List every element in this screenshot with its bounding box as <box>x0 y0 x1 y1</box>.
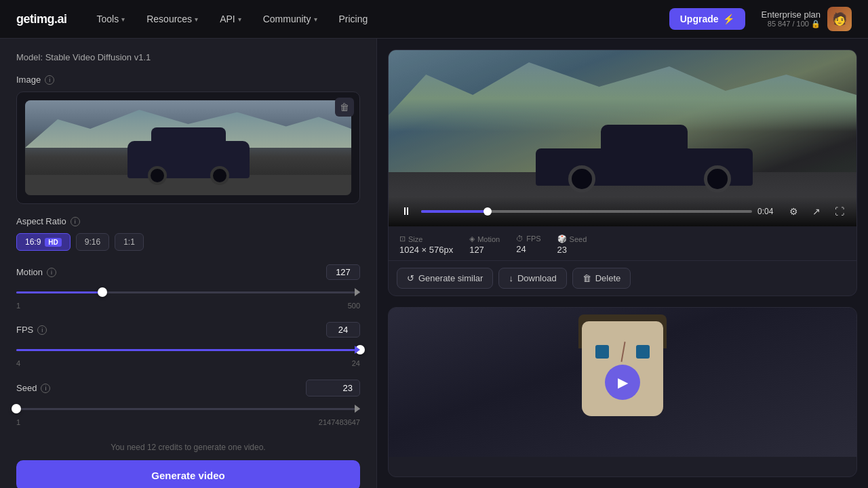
seed-meta-icon: 🎲 <box>557 235 567 243</box>
navbar: getimg.ai Tools ▾ Resources ▾ API ▾ Comm… <box>0 0 868 39</box>
right-panel: ⏸ 0:04 ⚙ ↗ ⛶ ⊡ Size 102 <box>377 39 868 488</box>
nav-item-pricing[interactable]: Pricing <box>331 9 376 28</box>
aspect-ratio-section: Aspect Ratio i 16:9 HD 9:16 1:1 <box>16 216 360 251</box>
progress-bar[interactable] <box>421 210 752 213</box>
progress-fill <box>421 210 488 213</box>
video-card-2: ▶ <box>388 307 857 477</box>
upgrade-button[interactable]: Upgrade ⚡ <box>669 8 745 30</box>
fps-info-icon[interactable]: i <box>37 325 47 335</box>
nav-item-tools[interactable]: Tools ▾ <box>89 9 134 28</box>
video-settings-button[interactable]: ⚙ <box>785 203 802 220</box>
left-panel: Model: Stable Video Diffusion v1.1 Image… <box>0 39 377 488</box>
nav-item-api[interactable]: API ▾ <box>212 9 250 28</box>
video-preview-2: ▶ <box>389 308 856 457</box>
nav-item-community[interactable]: Community ▾ <box>255 9 326 28</box>
tools-chevron-icon: ▾ <box>121 16 125 23</box>
lightning-icon: ⚡ <box>723 14 734 24</box>
aspect-btn-9-16[interactable]: 9:16 <box>76 233 109 251</box>
size-icon: ⊡ <box>399 235 406 243</box>
nav-item-resources[interactable]: Resources ▾ <box>138 9 206 28</box>
motion-icon: ◈ <box>469 235 475 243</box>
seed-input[interactable] <box>306 380 360 396</box>
image-section-label: Image i <box>16 75 360 85</box>
car-wheel-left-decor <box>148 166 167 185</box>
aspect-btn-1-1[interactable]: 1:1 <box>115 233 144 251</box>
user-credits: Enterprise plan 85 847 / 100 🔒 <box>762 9 821 28</box>
api-chevron-icon: ▾ <box>238 16 241 23</box>
delete-button[interactable]: 🗑 Delete <box>572 268 631 289</box>
download-button[interactable]: ↓ Download <box>498 268 566 289</box>
seed-info-icon[interactable]: i <box>41 384 50 393</box>
resources-chevron-icon: ▾ <box>195 16 198 23</box>
car-wheel-right-decor <box>210 166 229 185</box>
credits-note: You need 12 credits to generate one vide… <box>16 443 360 452</box>
progress-thumb <box>484 207 492 216</box>
car-roof-decor <box>151 127 226 151</box>
motion-info-icon[interactable]: i <box>47 268 56 277</box>
fps-meta-icon: ⏱ <box>516 235 524 243</box>
avatar[interactable]: 🧑 <box>827 7 852 31</box>
logo[interactable]: getimg.ai <box>16 12 67 26</box>
image-preview <box>25 100 351 195</box>
aspect-ratio-options: 16:9 HD 9:16 1:1 <box>16 233 360 251</box>
delete-image-button[interactable]: 🗑 <box>335 98 354 117</box>
meta-motion: ◈ Motion 127 <box>469 235 500 255</box>
motion-value: 127 <box>326 264 360 280</box>
image-upload-box[interactable]: 🗑 <box>16 92 360 204</box>
fps-value: 24 <box>326 322 360 338</box>
meta-fps: ⏱ FPS 24 <box>516 235 540 255</box>
meta-seed: 🎲 Seed 23 <box>557 235 587 255</box>
user-info: Enterprise plan 85 847 / 100 🔒 🧑 <box>762 7 852 31</box>
pause-button[interactable]: ⏸ <box>397 202 416 221</box>
download-icon: ↓ <box>509 273 513 283</box>
video-preview-1: ⏸ 0:04 ⚙ ↗ ⛶ <box>389 50 856 226</box>
video-share-button[interactable]: ↗ <box>808 203 825 220</box>
video-card-1: ⏸ 0:04 ⚙ ↗ ⛶ ⊡ Size 102 <box>388 49 857 296</box>
generate-similar-icon: ↺ <box>407 273 414 283</box>
video-meta: ⊡ Size 1024 × 576px ◈ Motion 127 ⏱ FPS <box>389 226 856 261</box>
generate-button[interactable]: Generate video <box>16 460 360 488</box>
delete-icon: 🗑 <box>583 273 591 283</box>
play-button-2[interactable]: ▶ <box>605 365 640 400</box>
time-label: 0:04 <box>757 207 779 216</box>
aspect-btn-16-9[interactable]: 16:9 HD <box>16 233 71 251</box>
car-image <box>25 100 351 195</box>
fps-section: FPS i 24 4 24 <box>16 322 360 367</box>
video-actions: ↺ Generate similar ↓ Download 🗑 Delete <box>389 261 856 296</box>
fps-slider[interactable] <box>16 342 360 358</box>
seed-section: Seed i 1 2147483647 <box>16 380 360 426</box>
video-expand-button[interactable]: ⛶ <box>831 203 848 220</box>
seed-slider[interactable] <box>16 401 360 417</box>
lock-icon: 🔒 <box>811 20 821 28</box>
community-chevron-icon: ▾ <box>314 16 317 23</box>
generate-similar-button[interactable]: ↺ Generate similar <box>397 268 493 289</box>
aspect-ratio-info-icon[interactable]: i <box>71 217 80 226</box>
model-label: Model: Stable Video Diffusion v1.1 <box>16 52 360 62</box>
meta-size: ⊡ Size 1024 × 576px <box>399 235 453 255</box>
motion-slider[interactable] <box>16 284 360 300</box>
motion-section: Motion i 127 1 500 <box>16 264 360 310</box>
video-controls: ⏸ 0:04 ⚙ ↗ ⛶ <box>389 197 856 226</box>
image-info-icon[interactable]: i <box>45 75 54 85</box>
